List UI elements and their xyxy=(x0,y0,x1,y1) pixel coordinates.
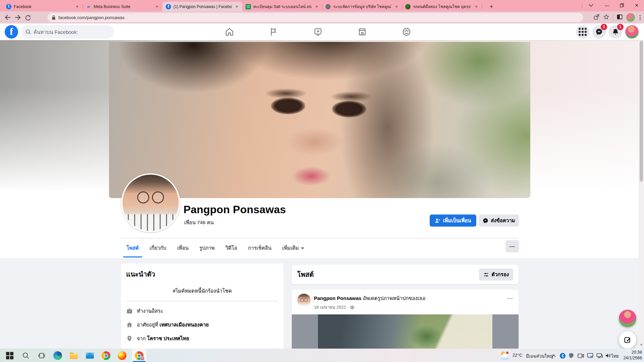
network-tray-icon[interactable] xyxy=(595,351,604,360)
page-scrollbar[interactable]: ▲ ▼ xyxy=(639,23,644,349)
forward-button[interactable] xyxy=(13,12,23,22)
tab-videos[interactable]: วิดีโอ xyxy=(220,238,243,257)
new-tab-button[interactable]: + xyxy=(487,2,496,11)
tab-title: ระบบจัดการข้อมูล บริษัท โชคคูณโชค xyxy=(333,3,391,10)
url-text: facebook.com/pangpon.ponsawas xyxy=(58,15,124,20)
tab-more[interactable]: เพิ่มเติม xyxy=(277,238,310,257)
tab-friends[interactable]: เพื่อน xyxy=(172,238,194,257)
filters-button[interactable]: ตัวกรอง xyxy=(479,268,513,281)
tab-posts[interactable]: โพสต์ xyxy=(121,238,144,257)
start-button[interactable] xyxy=(5,351,14,360)
side-panel-icon[interactable] xyxy=(616,14,623,21)
facebook-search[interactable] xyxy=(21,25,114,39)
profile-picture[interactable] xyxy=(121,173,180,232)
facebook-header: f xyxy=(0,23,644,40)
search-input[interactable] xyxy=(34,29,107,35)
nav-groups-tab[interactable] xyxy=(388,23,425,40)
scrollbar-thumb[interactable] xyxy=(640,41,643,182)
cover-photo[interactable] xyxy=(109,42,530,198)
graphics-settings-tray-icon[interactable] xyxy=(586,351,594,360)
language-indicator[interactable]: ไทย xyxy=(611,353,619,360)
bookmark-star-icon[interactable] xyxy=(603,14,609,21)
browser-menu-icon[interactable] xyxy=(638,15,642,20)
lock-icon xyxy=(52,15,56,20)
taskbar-date: 24/1/2566 xyxy=(621,355,642,361)
nav-watch-tab[interactable] xyxy=(299,23,337,40)
window-restore-button[interactable] xyxy=(614,0,629,11)
tray-expand-chevron-icon[interactable] xyxy=(549,351,558,360)
nav-marketplace-tab[interactable] xyxy=(343,23,381,40)
tab-photos[interactable]: รูปภาพ xyxy=(194,238,220,257)
chrome-profile-badge xyxy=(140,356,145,361)
tab-checkins[interactable]: การเช็คอิน xyxy=(243,238,277,257)
messenger-button[interactable]: 1 xyxy=(592,25,606,39)
tab-data-system[interactable]: ระบบจัดการข้อมูล บริษัท โชคคูณโชค × xyxy=(322,2,402,11)
filters-label: ตัวกรอง xyxy=(491,270,509,279)
back-button[interactable] xyxy=(3,12,13,22)
tab-close-icon[interactable]: × xyxy=(314,4,319,9)
profile-more-button[interactable]: ... xyxy=(505,240,519,252)
nav-home-tab[interactable] xyxy=(211,23,248,40)
mail-taskbar-icon[interactable] xyxy=(86,351,94,360)
chrome-profile-taskbar-icon-active[interactable] xyxy=(135,351,144,360)
person-add-icon xyxy=(435,218,440,224)
apps-menu-button[interactable] xyxy=(576,25,589,39)
floating-profile-avatar[interactable] xyxy=(619,310,636,327)
file-explorer-taskbar-icon[interactable] xyxy=(69,351,78,360)
firefox-taskbar-icon[interactable] xyxy=(118,351,126,360)
scroll-down-icon[interactable]: ▼ xyxy=(639,343,644,347)
address-bar[interactable]: facebook.com/pangpon.ponsawas xyxy=(48,13,583,22)
intro-card: แนะนำตัว #ไมค์หมดหนี้นักร้องนำโชค ทำงานอ… xyxy=(121,263,284,351)
tab-search-chevron-icon[interactable] xyxy=(584,0,598,11)
meta-favicon-icon: ∞ xyxy=(86,4,91,9)
edge-taskbar-icon[interactable] xyxy=(53,351,62,360)
home-icon xyxy=(225,27,234,37)
window-close-button[interactable]: ✕ xyxy=(629,0,644,11)
send-message-button[interactable]: ส่งข้อความ xyxy=(479,215,519,227)
post-author-avatar[interactable] xyxy=(297,294,311,307)
post-menu-button[interactable]: ... xyxy=(507,294,513,300)
divider xyxy=(613,14,613,20)
share-icon[interactable] xyxy=(593,14,600,21)
browser-profile-avatar[interactable] xyxy=(626,13,635,22)
tab-close-icon[interactable]: × xyxy=(154,4,160,9)
tab-close-icon[interactable]: × xyxy=(234,4,239,9)
tab-about[interactable]: เกี่ยวกับ xyxy=(144,238,172,257)
tab-title: ทะเบียนคุม Sall ระบบออนไลน์.xlsx - G xyxy=(253,3,312,10)
taskbar-temperature[interactable]: 22°C xyxy=(513,353,522,358)
reload-button[interactable] xyxy=(23,12,33,22)
taskbar-search-button[interactable] xyxy=(21,351,30,360)
tab-google-sheets[interactable]: ทะเบียนคุม Sall ระบบออนไลน์.xlsx - G × xyxy=(242,2,322,11)
tab-close-icon[interactable]: × xyxy=(474,4,479,9)
globe-favicon-icon xyxy=(325,4,331,9)
tab-meta-business-suite[interactable]: ∞ Meta Business Suite × xyxy=(83,2,162,11)
profile-tabs: โพสต์ เกี่ยวกับ เพื่อน รูปภาพ วิดีโอ การ… xyxy=(121,238,310,257)
bluetooth-tray-icon[interactable] xyxy=(558,351,567,360)
account-avatar[interactable] xyxy=(625,25,639,39)
add-friend-button[interactable]: เพิ่มเป็นเพื่อน xyxy=(430,215,476,227)
facebook-favicon-icon: f xyxy=(166,4,171,9)
divider xyxy=(582,3,582,8)
compose-post-button[interactable] xyxy=(619,331,636,349)
window-minimize-button[interactable]: — xyxy=(600,0,614,11)
screen: f Facebook × ∞ Meta Business Suite × f (… xyxy=(0,0,644,362)
tab-used-cars[interactable]: รถยนต์มือสอง โชคคูณโชค อุดรธานี × xyxy=(402,2,482,11)
tab-close-icon[interactable]: × xyxy=(74,4,80,9)
tab-close-icon[interactable]: × xyxy=(394,4,399,9)
notifications-button[interactable]: 1 xyxy=(609,25,622,39)
security-shield-tray-icon[interactable] xyxy=(567,351,576,360)
post-date[interactable]: 16 เมษายน 2022 · xyxy=(314,304,349,311)
tab-facebook[interactable]: f Facebook × xyxy=(3,2,83,11)
profile-page: Pangpon Ponsawas เพื่อน 746 คน เพิ่มเป็น… xyxy=(0,40,644,349)
weather-icon[interactable] xyxy=(500,351,509,360)
taskbar-clock[interactable]: 20:38 24/1/2566 xyxy=(621,350,642,361)
post-author[interactable]: Pangpon Ponsawas xyxy=(314,295,362,301)
chrome-taskbar-icon[interactable] xyxy=(102,351,110,360)
nav-pages-tab[interactable] xyxy=(255,23,292,40)
divider xyxy=(126,301,278,301)
meet-now-tray-icon[interactable] xyxy=(576,351,585,360)
tab-pangpon-profile-active[interactable]: f (1) Pangpon Ponsawas | Faceboo × xyxy=(162,2,242,11)
task-view-button[interactable] xyxy=(38,351,46,360)
facebook-logo-icon[interactable]: f xyxy=(5,25,18,39)
friends-count[interactable]: เพื่อน 746 คน xyxy=(184,219,214,227)
